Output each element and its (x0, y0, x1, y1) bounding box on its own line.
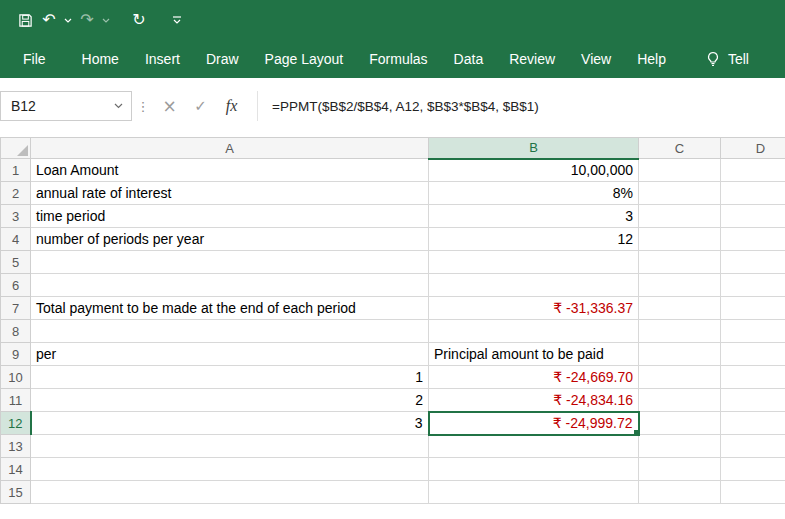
row-header-2[interactable]: 2 (1, 182, 31, 205)
cell-D5[interactable] (721, 251, 785, 274)
cell-A1[interactable]: Loan Amount (31, 159, 429, 182)
cell-C15[interactable] (639, 481, 721, 504)
cell-D12[interactable] (721, 412, 785, 435)
insert-function-icon[interactable]: fx (216, 91, 247, 121)
row-header-3[interactable]: 3 (1, 205, 31, 228)
cell-C8[interactable] (639, 320, 721, 343)
cell-C14[interactable] (639, 458, 721, 481)
cell-C11[interactable] (639, 389, 721, 412)
cell-D6[interactable] (721, 274, 785, 297)
row-header-7[interactable]: 7 (1, 297, 31, 320)
undo-icon[interactable]: ↶ (38, 7, 60, 33)
tab-page-layout[interactable]: Page Layout (252, 40, 357, 78)
cell-A9[interactable]: per (31, 343, 429, 366)
cell-D10[interactable] (721, 366, 785, 389)
cell-A6[interactable] (31, 274, 429, 297)
tab-insert[interactable]: Insert (132, 40, 193, 78)
cell-B3[interactable]: 3 (429, 205, 639, 228)
cell-B12[interactable]: ₹ -24,999.72 (429, 412, 639, 435)
cell-A14[interactable] (31, 458, 429, 481)
cell-B5[interactable] (429, 251, 639, 274)
cell-C12[interactable] (639, 412, 721, 435)
cell-B1[interactable]: 10,00,000 (429, 159, 639, 182)
row-header-14[interactable]: 14 (1, 458, 31, 481)
cell-A11[interactable]: 2 (31, 389, 429, 412)
row-header-8[interactable]: 8 (1, 320, 31, 343)
row-header-11[interactable]: 11 (1, 389, 31, 412)
cell-A4[interactable]: number of periods per year (31, 228, 429, 251)
cell-A12[interactable]: 3 (31, 412, 429, 435)
cancel-icon[interactable]: × (154, 91, 185, 121)
tab-file[interactable]: File (10, 40, 59, 78)
column-header-B[interactable]: B (429, 138, 639, 159)
row-header-10[interactable]: 10 (1, 366, 31, 389)
cell-A3[interactable]: time period (31, 205, 429, 228)
cell-A8[interactable] (31, 320, 429, 343)
tab-draw[interactable]: Draw (193, 40, 252, 78)
cell-A10[interactable]: 1 (31, 366, 429, 389)
row-header-4[interactable]: 4 (1, 228, 31, 251)
column-header-D[interactable]: D (721, 138, 785, 159)
tab-review[interactable]: Review (496, 40, 568, 78)
cell-C6[interactable] (639, 274, 721, 297)
cell-B9[interactable]: Principal amount to be paid (429, 343, 639, 366)
cell-C10[interactable] (639, 366, 721, 389)
cell-B2[interactable]: 8% (429, 182, 639, 205)
cell-D1[interactable] (721, 159, 785, 182)
cell-D2[interactable] (721, 182, 785, 205)
row-header-5[interactable]: 5 (1, 251, 31, 274)
row-header-9[interactable]: 9 (1, 343, 31, 366)
cell-C2[interactable] (639, 182, 721, 205)
cell-B4[interactable]: 12 (429, 228, 639, 251)
cell-B15[interactable] (429, 481, 639, 504)
cell-B6[interactable] (429, 274, 639, 297)
cell-C1[interactable] (639, 159, 721, 182)
tell-me[interactable]: Tell (705, 40, 749, 78)
cell-D9[interactable] (721, 343, 785, 366)
formula-bar-resize-handle[interactable]: ⋮ (132, 91, 154, 121)
cell-C4[interactable] (639, 228, 721, 251)
save-icon[interactable] (14, 7, 36, 33)
cell-C9[interactable] (639, 343, 721, 366)
formula-input[interactable]: =PPMT($B$2/$B$4, A12, $B$3*$B$4, $B$1) (257, 91, 785, 121)
cell-B13[interactable] (429, 435, 639, 458)
name-box-dropdown-icon[interactable] (114, 103, 123, 109)
cell-D8[interactable] (721, 320, 785, 343)
tab-home[interactable]: Home (69, 40, 132, 78)
cell-D3[interactable] (721, 205, 785, 228)
tab-view[interactable]: View (568, 40, 624, 78)
cell-C13[interactable] (639, 435, 721, 458)
cell-B7[interactable]: ₹ -31,336.37 (429, 297, 639, 320)
row-header-13[interactable]: 13 (1, 435, 31, 458)
row-header-15[interactable]: 15 (1, 481, 31, 504)
name-box[interactable]: B12 (0, 91, 132, 121)
cell-A5[interactable] (31, 251, 429, 274)
cell-B10[interactable]: ₹ -24,669.70 (429, 366, 639, 389)
cell-A2[interactable]: annual rate of interest (31, 182, 429, 205)
cell-B14[interactable] (429, 458, 639, 481)
cell-B11[interactable]: ₹ -24,834.16 (429, 389, 639, 412)
column-header-C[interactable]: C (639, 138, 721, 159)
tab-formulas[interactable]: Formulas (356, 40, 440, 78)
cell-A13[interactable] (31, 435, 429, 458)
undo-dropdown-icon[interactable] (62, 7, 74, 33)
cell-D11[interactable] (721, 389, 785, 412)
cell-A7[interactable]: Total payment to be made at the end of e… (31, 297, 429, 320)
customize-quick-access-toolbar-icon[interactable] (166, 7, 188, 33)
cell-D7[interactable] (721, 297, 785, 320)
cell-C7[interactable] (639, 297, 721, 320)
select-all-corner[interactable] (1, 138, 31, 159)
cell-C5[interactable] (639, 251, 721, 274)
row-header-6[interactable]: 6 (1, 274, 31, 297)
cell-D13[interactable] (721, 435, 785, 458)
redo-dropdown-icon[interactable] (100, 7, 112, 33)
repeat-icon[interactable]: ↻ (128, 7, 150, 33)
tab-data[interactable]: Data (441, 40, 497, 78)
tab-help[interactable]: Help (624, 40, 679, 78)
redo-icon[interactable]: ↷ (76, 7, 98, 33)
enter-icon[interactable]: ✓ (185, 91, 216, 121)
cell-D15[interactable] (721, 481, 785, 504)
cell-C3[interactable] (639, 205, 721, 228)
row-header-1[interactable]: 1 (1, 159, 31, 182)
cell-D14[interactable] (721, 458, 785, 481)
